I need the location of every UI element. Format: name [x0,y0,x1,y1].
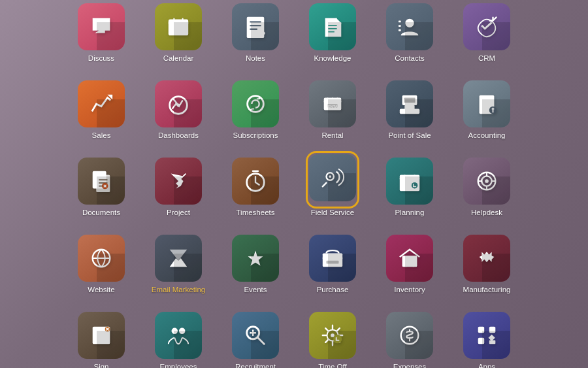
svg-rect-45 [489,340,496,344]
app-icon-crm [463,3,510,50]
svg-rect-43 [489,326,496,333]
app-icon-sign [78,312,125,359]
app-label-timesheets: Timesheets [236,209,274,218]
app-item-dashboards[interactable]: Dashboards [142,71,214,143]
svg-point-2 [405,18,414,27]
app-icon-sales [78,80,125,127]
app-icon-purchase [309,235,356,282]
app-item-website[interactable]: Website [65,226,137,297]
app-item-manufacturing[interactable]: Manufacturing [451,226,523,297]
app-icon-timeoff [309,312,356,359]
app-item-apps[interactable]: Apps [451,303,523,369]
app-icon-accounting [463,80,510,127]
svg-rect-12 [402,95,417,105]
app-label-apps: Apps [478,363,495,368]
app-label-knowledge: Knowledge [314,54,351,63]
svg-point-40 [333,335,342,343]
app-label-documents: Documents [82,209,120,218]
app-icon-discuss [78,3,125,50]
app-label-employees: Employees [160,363,197,368]
app-icon-inventory [386,235,433,282]
app-item-accounting[interactable]: Accounting [451,71,523,143]
app-icon-timesheets [232,158,279,205]
app-item-planning[interactable]: Planning [374,148,446,220]
app-item-inventory[interactable]: Inventory [374,226,446,297]
app-icon-project [155,158,202,205]
svg-point-22 [327,173,334,180]
app-item-fieldservice[interactable]: Field Service [297,148,368,220]
svg-point-37 [247,326,259,339]
svg-point-21 [247,173,265,191]
app-label-rental: Rental [321,131,343,141]
app-label-project: Project [167,209,190,218]
app-icon-documents [78,158,125,205]
svg-point-36 [179,327,186,334]
app-item-sign[interactable]: Sign [65,303,137,369]
svg-rect-30 [323,253,342,267]
svg-rect-42 [478,326,485,333]
app-item-rental[interactable]: RENTALRental [297,71,368,143]
svg-point-27 [482,176,491,186]
app-label-contacts: Contacts [395,54,424,63]
app-icon-notes [232,3,279,50]
svg-point-28 [485,179,489,183]
app-item-helpdesk[interactable]: Helpdesk [451,148,523,220]
svg-point-39 [327,329,338,341]
app-icon-rental: RENTAL [309,80,356,127]
app-label-sales: Sales [92,131,111,141]
selected-wrapper-fieldservice [306,151,359,209]
app-label-helpdesk: Helpdesk [471,209,502,218]
svg-point-8 [248,95,264,112]
app-label-emailmarketing: Email Marketing [152,286,205,295]
app-item-pointofsale[interactable]: Point of Sale [374,71,446,143]
svg-rect-10 [327,104,337,108]
app-label-purchase: Purchase [317,286,349,295]
app-label-crm: CRM [478,54,495,63]
app-icon-knowledge [309,3,356,50]
app-icon-website [78,235,125,282]
svg-rect-0 [169,19,188,35]
app-item-recruitment[interactable]: Recruitment [220,303,291,369]
app-icon-dashboards [155,80,202,127]
app-icon-apps [463,312,510,359]
app-item-calendar[interactable]: Calendar [142,0,214,66]
app-icon-subscriptions [232,80,279,127]
svg-rect-18 [93,171,106,189]
app-grid: DiscussCalendarNotesKnowledgeContactsCRM… [59,0,529,368]
app-label-website: Website [88,286,114,295]
app-item-expenses[interactable]: Expenses [374,303,446,369]
svg-rect-44 [478,338,485,344]
app-icon-fieldservice [309,154,356,201]
svg-rect-5 [399,29,401,31]
app-icon-calendar [155,3,202,50]
svg-rect-31 [327,261,339,264]
svg-point-20 [102,183,108,190]
svg-rect-13 [400,109,419,114]
app-icon-planning [386,158,433,205]
app-item-emailmarketing[interactable]: Email Marketing [142,226,214,297]
app-item-project[interactable]: Project [142,148,214,220]
app-label-inventory: Inventory [394,286,425,295]
app-item-documents[interactable]: Documents [65,148,137,220]
app-item-purchase[interactable]: Purchase [297,226,368,297]
app-icon-recruitment [232,312,279,359]
app-item-contacts[interactable]: Contacts [374,0,446,66]
app-item-timeoff[interactable]: Time Off [297,303,368,369]
svg-rect-19 [96,175,110,192]
app-item-knowledge[interactable]: Knowledge [297,0,368,66]
app-label-expenses: Expenses [393,363,427,368]
app-item-crm[interactable]: CRM [451,0,523,66]
app-icon-pointofsale [386,80,433,127]
app-label-manufacturing: Manufacturing [463,286,511,295]
svg-point-7 [177,103,180,107]
app-item-timesheets[interactable]: Timesheets [220,148,291,220]
app-item-employees[interactable]: Employees [142,303,214,369]
svg-text:RENTAL: RENTAL [325,104,340,108]
app-item-sales[interactable]: Sales [65,71,137,143]
app-label-subscriptions: Subscriptions [233,131,278,141]
app-item-subscriptions[interactable]: Subscriptions [220,71,291,143]
app-item-events[interactable]: Events [220,226,291,297]
app-label-sign: Sign [93,363,108,368]
app-item-discuss[interactable]: Discuss [65,0,137,66]
app-item-notes[interactable]: Notes [220,0,291,66]
